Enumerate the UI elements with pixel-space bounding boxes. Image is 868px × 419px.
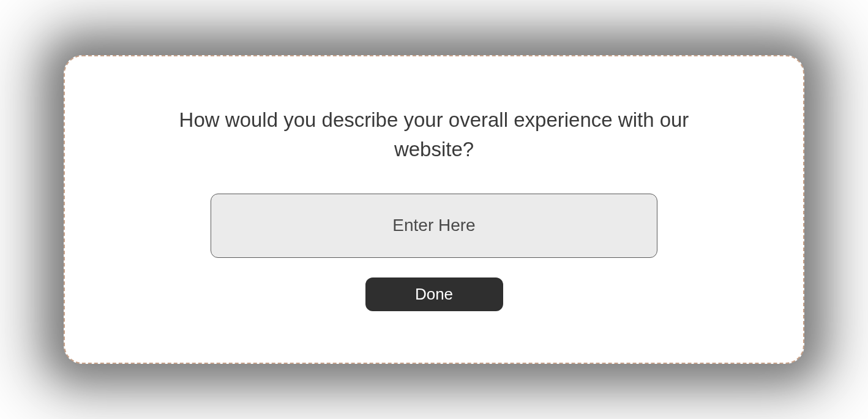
done-button[interactable]: Done xyxy=(365,277,503,311)
survey-question: How would you describe your overall expe… xyxy=(152,105,716,164)
answer-input[interactable] xyxy=(211,194,657,258)
survey-card: How would you describe your overall expe… xyxy=(64,55,804,364)
